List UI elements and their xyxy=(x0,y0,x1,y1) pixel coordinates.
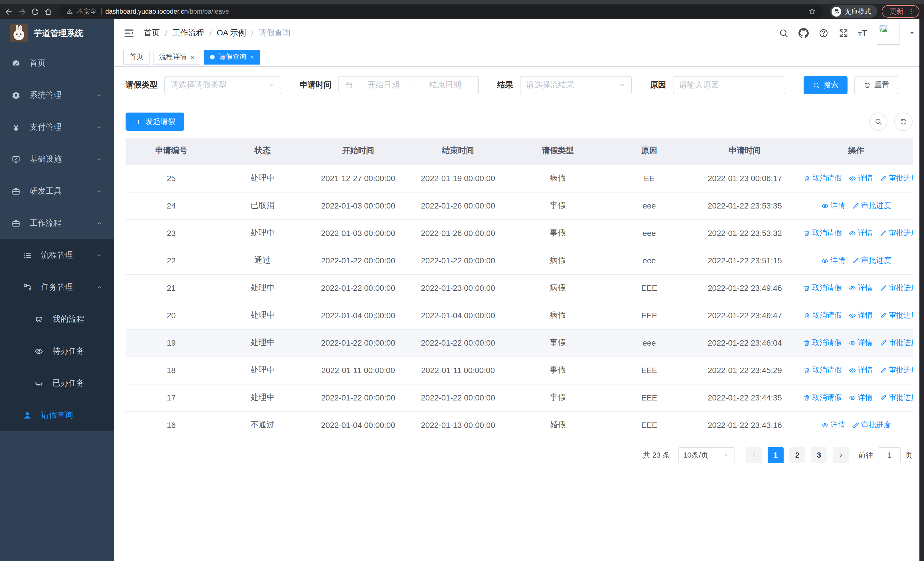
tab-close-icon[interactable]: × xyxy=(190,53,194,60)
progress-link[interactable]: 审批进度 xyxy=(879,283,913,293)
eye-icon xyxy=(821,202,829,209)
chevron-up-icon xyxy=(96,284,103,291)
browser-reload-icon[interactable] xyxy=(31,7,39,16)
cell-end: 2022-01-26 00:00:00 xyxy=(408,220,508,247)
cancel-link[interactable]: 取消请假 xyxy=(803,173,842,183)
avatar[interactable] xyxy=(877,22,900,45)
create-leave-button[interactable]: 发起请假 xyxy=(126,113,184,131)
github-icon[interactable] xyxy=(798,28,808,38)
scrollbar[interactable] xyxy=(920,19,924,561)
detail-link[interactable]: 详情 xyxy=(849,310,873,320)
breadcrumb-item[interactable]: 首页 xyxy=(144,28,160,38)
page-button-1[interactable]: 1 xyxy=(768,447,784,463)
sidebar-item-我的流程[interactable]: 我的流程 xyxy=(0,303,114,335)
browser-back-icon[interactable] xyxy=(4,7,13,16)
tab-流程详情[interactable]: 流程详情× xyxy=(153,50,201,64)
cell-id: 24 xyxy=(126,192,217,220)
detail-link[interactable]: 详情 xyxy=(821,256,845,266)
sidebar-toggle-icon[interactable] xyxy=(123,27,135,39)
cancel-link[interactable]: 取消请假 xyxy=(803,393,842,403)
breadcrumb-item: 请假查询 xyxy=(258,28,291,38)
reset-button[interactable]: 重置 xyxy=(854,76,898,94)
sidebar-item-请假查询[interactable]: 请假查询 xyxy=(0,399,114,431)
page-button-2[interactable]: 2 xyxy=(789,447,805,463)
browser-forward-icon[interactable] xyxy=(18,7,26,16)
filter-bar: 请假类型 请选择请假类型 申请时间 开始日期 - 结束日期 xyxy=(126,76,913,94)
cell-status: 处理中 xyxy=(217,384,308,411)
sidebar-item-待办任务[interactable]: 待办任务 xyxy=(0,335,114,367)
next-page-button[interactable] xyxy=(832,447,849,463)
detail-link[interactable]: 详情 xyxy=(821,420,845,430)
avatar-caret-icon[interactable] xyxy=(909,30,915,36)
cancel-link[interactable]: 取消请假 xyxy=(803,365,842,375)
detail-link[interactable]: 详情 xyxy=(821,200,845,211)
sidebar-item-任务管理[interactable]: 任务管理 xyxy=(0,271,114,303)
progress-link[interactable]: 审批进度 xyxy=(879,365,913,375)
date-range-input[interactable]: 开始日期 - 结束日期 xyxy=(339,76,479,94)
sidebar-item-已办任务[interactable]: 已办任务 xyxy=(0,367,114,399)
cell-id: 17 xyxy=(126,384,217,411)
detail-link[interactable]: 详情 xyxy=(849,228,873,238)
cell-status: 通过 xyxy=(217,247,308,274)
reason-input[interactable]: 请输入原因 xyxy=(673,76,785,94)
sidebar-item-label: 研发工具 xyxy=(30,186,96,197)
page-button-3[interactable]: 3 xyxy=(811,447,827,463)
eye-icon xyxy=(821,421,829,429)
browser-update-button[interactable]: 更新 xyxy=(882,5,920,18)
detail-link[interactable]: 详情 xyxy=(849,365,873,375)
cell-reason: EEE xyxy=(608,302,691,329)
breadcrumb-item[interactable]: 工作流程 xyxy=(172,28,204,38)
result-select[interactable]: 请选择流结果 xyxy=(520,76,632,94)
breadcrumb-item[interactable]: OA 示例 xyxy=(217,28,246,38)
cell-id: 22 xyxy=(126,247,217,274)
user-icon xyxy=(23,411,32,420)
cell-actions: 取消请假详情审批进度 xyxy=(799,164,913,192)
cancel-link[interactable]: 取消请假 xyxy=(803,228,842,238)
progress-link[interactable]: 审批进度 xyxy=(879,228,913,238)
font-size-icon[interactable]: TT xyxy=(858,29,867,38)
goto-page-input[interactable] xyxy=(878,447,901,463)
help-icon[interactable] xyxy=(818,28,828,38)
app-logo[interactable]: 芋道管理系统 xyxy=(0,19,114,47)
cancel-link[interactable]: 取消请假 xyxy=(803,283,842,293)
progress-link[interactable]: 审批进度 xyxy=(852,256,891,266)
page-size-select[interactable]: 10条/页 xyxy=(678,447,735,463)
progress-link[interactable]: 审批进度 xyxy=(852,420,891,430)
table-search-toggle-button[interactable] xyxy=(869,113,888,131)
sidebar-item-流程管理[interactable]: 流程管理 xyxy=(0,239,114,271)
search-button[interactable]: 搜索 xyxy=(804,76,848,94)
bookmark-star-icon[interactable] xyxy=(808,8,816,15)
cell-end: 2022-01-19 00:00:00 xyxy=(408,164,508,192)
tab-请假查询[interactable]: 请假查询× xyxy=(204,50,260,64)
tab-首页[interactable]: 首页 xyxy=(123,50,150,64)
table-row: 17处理中2022-01-22 00:00:002022-01-22 00:00… xyxy=(126,384,913,411)
sidebar-item-系统管理[interactable]: 系统管理 xyxy=(0,80,114,111)
cancel-link[interactable]: 取消请假 xyxy=(803,338,842,348)
detail-link[interactable]: 详情 xyxy=(849,393,873,403)
browser-address-bar[interactable]: 不安全 dashboard.yudao.iocoder.cn/bpm/oa/le… xyxy=(59,5,823,18)
tab-close-icon[interactable]: × xyxy=(250,53,254,60)
fullscreen-icon[interactable] xyxy=(838,28,848,38)
sidebar-item-研发工具[interactable]: 研发工具 xyxy=(0,175,114,208)
sidebar-item-基础设施[interactable]: 基础设施 xyxy=(0,143,114,175)
progress-link[interactable]: 审批进度 xyxy=(879,393,913,403)
sidebar-item-首页[interactable]: 首页 xyxy=(0,47,114,80)
column-header-状态: 状态 xyxy=(217,138,308,164)
cancel-link[interactable]: 取消请假 xyxy=(803,310,842,320)
browser-menu-icon[interactable] xyxy=(908,8,915,15)
browser-home-icon[interactable] xyxy=(44,7,52,16)
leave-type-select[interactable]: 请选择请假类型 xyxy=(164,76,281,94)
sidebar-item-工作流程[interactable]: 工作流程 xyxy=(0,208,114,239)
table-refresh-button[interactable] xyxy=(894,113,913,131)
header-search-icon[interactable] xyxy=(778,28,789,38)
detail-link[interactable]: 详情 xyxy=(849,338,873,348)
prev-page-button[interactable] xyxy=(746,447,762,463)
sidebar-item-支付管理[interactable]: ¥支付管理 xyxy=(0,111,114,143)
detail-link[interactable]: 详情 xyxy=(849,173,873,183)
pagination: 共 23 条 10条/页 123 前往 页 xyxy=(126,447,913,477)
progress-link[interactable]: 审批进度 xyxy=(879,310,913,320)
progress-link[interactable]: 审批进度 xyxy=(879,173,913,183)
progress-link[interactable]: 审批进度 xyxy=(852,200,891,211)
detail-link[interactable]: 详情 xyxy=(849,283,873,293)
progress-link[interactable]: 审批进度 xyxy=(879,338,913,348)
